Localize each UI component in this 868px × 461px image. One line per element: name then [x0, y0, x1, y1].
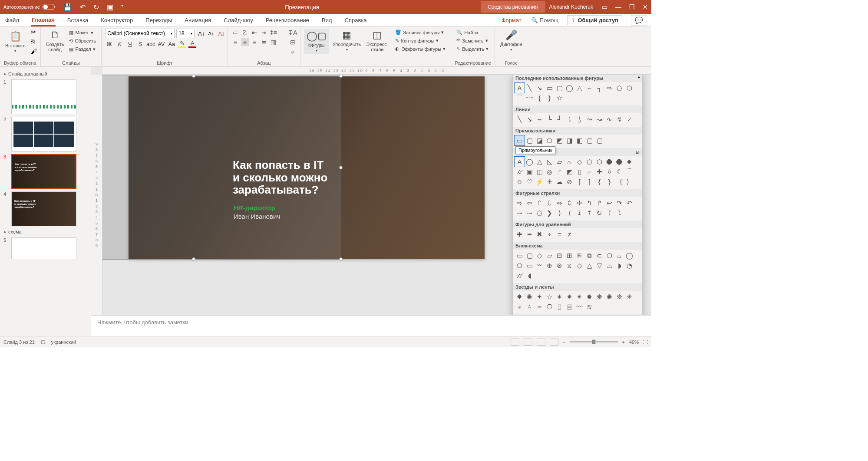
share-button[interactable]: ⇪Общий доступ [567, 15, 622, 25]
reset-button[interactable]: ⟲Сбросить [67, 37, 98, 45]
shape-arrow-callout-u[interactable]: ⇡ [584, 208, 594, 218]
shape-dblwave[interactable]: ≋ [584, 302, 594, 312]
shape-wave[interactable]: 〰 [574, 302, 584, 312]
shape-fc-off[interactable]: ⬠ [515, 260, 525, 270]
shape-snip1[interactable]: ◪ [535, 135, 545, 145]
tab-view[interactable]: Вид [321, 15, 333, 26]
shape-star32[interactable]: ✳ [624, 292, 634, 302]
font-color-icon[interactable]: A [188, 40, 196, 48]
shape-star[interactable]: ☆ [554, 93, 564, 103]
shape-triangle[interactable]: △ [574, 83, 584, 93]
shape-fc-collate[interactable]: ⧖ [564, 260, 574, 270]
shape-oval[interactable]: ◯ [564, 83, 574, 93]
toggle-switch-icon[interactable] [43, 4, 55, 10]
line-spacing-icon[interactable]: ‡≡ [270, 29, 277, 36]
minimize-icon[interactable]: — [615, 3, 621, 10]
language-indicator[interactable]: украинский [51, 339, 76, 345]
shape-round1[interactable]: ◨ [564, 135, 574, 145]
shape-ribbon-u[interactable]: ⟐ [515, 302, 525, 312]
align-text-icon[interactable]: ⊟ [289, 38, 297, 46]
shape-freeform[interactable]: ∿ [604, 114, 614, 124]
shape-line[interactable]: ╲ [515, 114, 525, 124]
shape-fc-stored[interactable]: ⌓ [604, 260, 614, 270]
zoom-out-icon[interactable]: − [563, 339, 565, 345]
shape-sun[interactable]: ☀ [545, 177, 554, 187]
shape-folded[interactable]: ◩ [564, 167, 574, 177]
shape-cross[interactable]: ✚ [594, 167, 604, 177]
view-reading-icon[interactable] [537, 339, 545, 346]
tab-design[interactable]: Конструктор [100, 15, 134, 26]
tab-help[interactable]: Справка [344, 15, 368, 26]
shape-ribbon-curve-u[interactable]: ⎓ [535, 302, 545, 312]
shape-arrow-right[interactable]: ⇨ [604, 83, 614, 93]
shape-rectangle[interactable]: ▭ [515, 135, 525, 145]
shape-line-double[interactable]: ↔ [535, 114, 545, 124]
section-button[interactable]: ▤Раздел ▾ [67, 46, 98, 53]
shape-ribbon-d[interactable]: ⟑ [525, 302, 535, 312]
shape-fc-alt[interactable]: ▢ [525, 250, 535, 260]
handle-icon[interactable] [192, 75, 195, 78]
shape-bracepair-l[interactable]: ｛ [614, 177, 624, 187]
shape-donut[interactable]: ◎ [545, 167, 554, 177]
shape-cube[interactable]: ▣ [525, 167, 535, 177]
highlight-icon[interactable]: ✎ [178, 40, 186, 48]
grow-font-icon[interactable]: A↑ [198, 30, 205, 37]
fit-to-window-icon[interactable]: ⛶ [643, 339, 648, 345]
shape-rtriangle[interactable]: ◺ [545, 157, 554, 167]
layout-button[interactable]: ▦Макет ▾ [67, 29, 98, 36]
slide-title[interactable]: Как попасть в IT и сколько можно зарабат… [233, 159, 327, 196]
shape-trapezoid[interactable]: ⏢ [564, 157, 574, 167]
shape-fc-sort[interactable]: ◇ [574, 260, 584, 270]
shape-lightning[interactable]: ⚡ [535, 177, 545, 187]
shape-brace-r[interactable]: } [545, 93, 554, 103]
shape-star12[interactable]: ❋ [594, 292, 604, 302]
clear-format-icon[interactable]: Aͯ [218, 30, 224, 37]
slide-subtitle[interactable]: HR-директор [234, 204, 275, 211]
shape-fc-conn[interactable]: ◯ [624, 250, 634, 260]
shape-octagon[interactable]: ⯄ [614, 157, 624, 167]
shape-line[interactable]: ╲ [525, 83, 535, 93]
dictate-button[interactable]: 🎤Диктофон▾ [498, 29, 524, 53]
shape-snip-diag[interactable]: ◩ [554, 135, 564, 145]
char-spacing-icon[interactable]: AV [157, 40, 165, 48]
shape-hexagon[interactable]: ⬡ [594, 157, 604, 167]
save-icon[interactable]: 💾 [63, 3, 72, 11]
text-direction-icon[interactable]: ↧A [289, 29, 297, 36]
slide-counter[interactable]: Слайд 3 из 21 [3, 339, 35, 345]
shape-arrow-u[interactable]: ⇧ [535, 198, 545, 208]
shape-fill-button[interactable]: 🪣Заливка фигуры ▾ [393, 29, 447, 36]
shape-fc-seq[interactable]: ◔ [624, 260, 634, 270]
shape-star4[interactable]: ✦ [535, 292, 545, 302]
shape-divide[interactable]: ÷ [545, 229, 554, 239]
shape-hex[interactable]: ⬡ [624, 83, 634, 93]
shape-fc-or[interactable]: ⊗ [554, 260, 564, 270]
horizontal-ruler[interactable]: 16 15 14 13 12 11 10 9 8 7 6 5 4 3 2 1 0… [102, 67, 651, 75]
shape-block-arc[interactable]: ◜ [554, 167, 564, 177]
shape-arrow-curve[interactable]: ↷ [614, 198, 624, 208]
shape-elbow[interactable]: └ [545, 114, 554, 124]
shape-textbox[interactable]: A [515, 157, 525, 167]
shape-l[interactable]: ⌐ [584, 167, 594, 177]
shape-pentagon[interactable]: ⬠ [614, 83, 624, 93]
shape-curve-arrow[interactable]: ⤳ [584, 114, 594, 124]
italic-button[interactable]: К [116, 40, 123, 48]
shape-parallelogram[interactable]: ▱ [554, 157, 564, 167]
shape-arrow-r[interactable]: ⇨ [515, 198, 525, 208]
shape-fc-extract[interactable]: △ [584, 260, 594, 270]
shape-heart[interactable]: ♡ [525, 177, 535, 187]
shape-bevel[interactable]: ◫ [535, 167, 545, 177]
shape-line-arrow[interactable]: ↘ [525, 114, 535, 124]
shape-fc-display[interactable]: ◖ [525, 270, 535, 280]
shape-arrow-callout-d[interactable]: ⇣ [574, 208, 584, 218]
shape-minus[interactable]: ━ [525, 229, 535, 239]
shape-fc-multidoc[interactable]: ⧉ [584, 250, 594, 260]
shape-scribble[interactable]: ↯ [614, 114, 624, 124]
shape-arrow-quad[interactable]: ✢ [574, 198, 584, 208]
shape-fc-data[interactable]: ▱ [545, 250, 554, 260]
shape-cloud[interactable]: ☁ [554, 177, 564, 187]
shape-smiley[interactable]: ☺ [515, 177, 525, 187]
align-center-icon[interactable]: ≡ [241, 38, 249, 46]
handle-icon[interactable] [339, 75, 343, 78]
redo-icon[interactable]: ↻ [93, 3, 99, 11]
shape-notequal[interactable]: ≠ [564, 229, 574, 239]
